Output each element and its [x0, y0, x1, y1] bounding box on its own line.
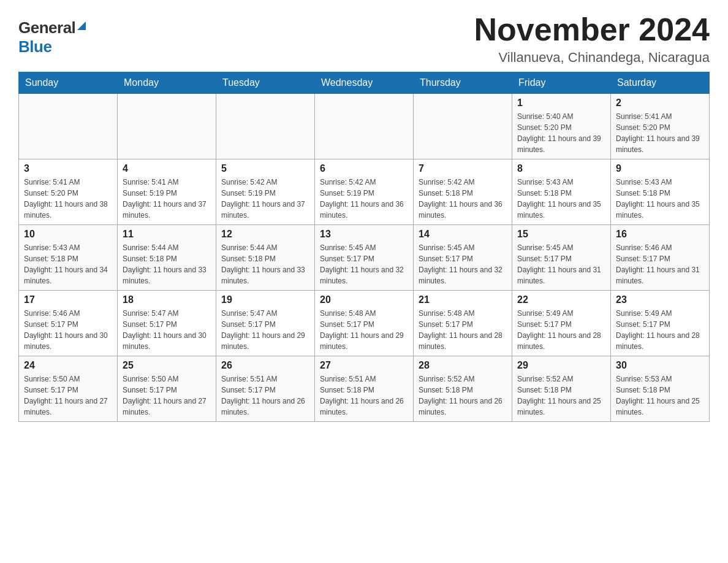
calendar-cell: 1Sunrise: 5:40 AMSunset: 5:20 PMDaylight…	[512, 94, 611, 159]
day-info: Sunrise: 5:45 AMSunset: 5:17 PMDaylight:…	[419, 242, 507, 286]
day-number: 11	[123, 229, 211, 240]
weekday-header-saturday: Saturday	[611, 72, 710, 94]
day-number: 23	[616, 294, 704, 305]
calendar-cell: 16Sunrise: 5:46 AMSunset: 5:17 PMDayligh…	[611, 225, 710, 291]
day-number: 29	[517, 360, 605, 371]
calendar-cell: 4Sunrise: 5:41 AMSunset: 5:19 PMDaylight…	[118, 159, 216, 225]
day-number: 3	[24, 163, 112, 174]
calendar-cell: 12Sunrise: 5:44 AMSunset: 5:18 PMDayligh…	[216, 225, 315, 291]
calendar-cell: 20Sunrise: 5:48 AMSunset: 5:17 PMDayligh…	[315, 291, 414, 356]
day-number: 21	[419, 294, 507, 305]
day-info: Sunrise: 5:53 AMSunset: 5:18 PMDaylight:…	[616, 373, 704, 418]
weekday-header-thursday: Thursday	[414, 72, 512, 94]
calendar-week-5: 24Sunrise: 5:50 AMSunset: 5:17 PMDayligh…	[19, 356, 710, 422]
day-info: Sunrise: 5:43 AMSunset: 5:18 PMDaylight:…	[517, 177, 605, 221]
day-info: Sunrise: 5:42 AMSunset: 5:19 PMDaylight:…	[221, 177, 309, 221]
calendar-cell: 24Sunrise: 5:50 AMSunset: 5:17 PMDayligh…	[19, 356, 118, 422]
day-info: Sunrise: 5:43 AMSunset: 5:18 PMDaylight:…	[24, 242, 112, 286]
calendar-week-1: 1Sunrise: 5:40 AMSunset: 5:20 PMDaylight…	[19, 94, 710, 159]
day-number: 6	[320, 163, 408, 174]
weekday-header-friday: Friday	[512, 72, 611, 94]
logo: General Blue	[18, 12, 86, 56]
day-number: 16	[616, 229, 704, 240]
day-number: 1	[517, 98, 605, 109]
logo-general-text: General	[18, 18, 75, 37]
calendar-cell: 23Sunrise: 5:49 AMSunset: 5:17 PMDayligh…	[611, 291, 710, 356]
day-number: 14	[419, 229, 507, 240]
month-title: November 2024	[474, 12, 710, 47]
day-number: 12	[221, 229, 309, 240]
calendar-cell: 19Sunrise: 5:47 AMSunset: 5:17 PMDayligh…	[216, 291, 315, 356]
day-info: Sunrise: 5:51 AMSunset: 5:18 PMDaylight:…	[320, 373, 408, 418]
calendar-cell	[19, 94, 118, 159]
calendar-cell	[315, 94, 414, 159]
calendar-cell	[118, 94, 216, 159]
day-number: 20	[320, 294, 408, 305]
day-number: 27	[320, 360, 408, 371]
calendar-cell: 18Sunrise: 5:47 AMSunset: 5:17 PMDayligh…	[118, 291, 216, 356]
calendar-cell: 8Sunrise: 5:43 AMSunset: 5:18 PMDaylight…	[512, 159, 611, 225]
calendar-cell: 10Sunrise: 5:43 AMSunset: 5:18 PMDayligh…	[19, 225, 118, 291]
calendar-cell: 15Sunrise: 5:45 AMSunset: 5:17 PMDayligh…	[512, 225, 611, 291]
day-info: Sunrise: 5:45 AMSunset: 5:17 PMDaylight:…	[320, 242, 408, 286]
calendar-cell: 5Sunrise: 5:42 AMSunset: 5:19 PMDaylight…	[216, 159, 315, 225]
day-number: 2	[616, 98, 704, 109]
day-info: Sunrise: 5:40 AMSunset: 5:20 PMDaylight:…	[517, 111, 605, 155]
day-number: 18	[123, 294, 211, 305]
day-number: 17	[24, 294, 112, 305]
calendar-cell: 7Sunrise: 5:42 AMSunset: 5:18 PMDaylight…	[414, 159, 512, 225]
day-number: 10	[24, 229, 112, 240]
day-info: Sunrise: 5:49 AMSunset: 5:17 PMDaylight:…	[517, 308, 605, 352]
weekday-header-sunday: Sunday	[19, 72, 118, 94]
calendar-cell: 28Sunrise: 5:52 AMSunset: 5:18 PMDayligh…	[414, 356, 512, 422]
day-info: Sunrise: 5:44 AMSunset: 5:18 PMDaylight:…	[221, 242, 309, 286]
day-info: Sunrise: 5:52 AMSunset: 5:18 PMDaylight:…	[419, 373, 507, 418]
title-section: November 2024 Villanueva, Chinandega, Ni…	[474, 12, 710, 66]
day-info: Sunrise: 5:50 AMSunset: 5:17 PMDaylight:…	[123, 373, 211, 418]
day-number: 26	[221, 360, 309, 371]
calendar-cell: 13Sunrise: 5:45 AMSunset: 5:17 PMDayligh…	[315, 225, 414, 291]
day-info: Sunrise: 5:41 AMSunset: 5:19 PMDaylight:…	[123, 177, 211, 221]
day-info: Sunrise: 5:42 AMSunset: 5:18 PMDaylight:…	[419, 177, 507, 221]
day-number: 13	[320, 229, 408, 240]
day-number: 15	[517, 229, 605, 240]
day-info: Sunrise: 5:48 AMSunset: 5:17 PMDaylight:…	[320, 308, 408, 352]
calendar-cell	[216, 94, 315, 159]
day-number: 5	[221, 163, 309, 174]
day-number: 30	[616, 360, 704, 371]
day-info: Sunrise: 5:48 AMSunset: 5:17 PMDaylight:…	[419, 308, 507, 352]
calendar-table: SundayMondayTuesdayWednesdayThursdayFrid…	[18, 72, 710, 422]
logo-blue-text: Blue	[18, 37, 51, 56]
calendar-cell	[414, 94, 512, 159]
calendar-cell: 17Sunrise: 5:46 AMSunset: 5:17 PMDayligh…	[19, 291, 118, 356]
day-info: Sunrise: 5:46 AMSunset: 5:17 PMDaylight:…	[24, 308, 112, 352]
day-number: 24	[24, 360, 112, 371]
day-number: 19	[221, 294, 309, 305]
calendar-cell: 30Sunrise: 5:53 AMSunset: 5:18 PMDayligh…	[611, 356, 710, 422]
calendar-cell: 25Sunrise: 5:50 AMSunset: 5:17 PMDayligh…	[118, 356, 216, 422]
day-info: Sunrise: 5:47 AMSunset: 5:17 PMDaylight:…	[221, 308, 309, 352]
day-number: 22	[517, 294, 605, 305]
day-info: Sunrise: 5:42 AMSunset: 5:19 PMDaylight:…	[320, 177, 408, 221]
calendar-cell: 21Sunrise: 5:48 AMSunset: 5:17 PMDayligh…	[414, 291, 512, 356]
day-info: Sunrise: 5:51 AMSunset: 5:17 PMDaylight:…	[221, 373, 309, 418]
day-number: 9	[616, 163, 704, 174]
day-number: 7	[419, 163, 507, 174]
day-number: 8	[517, 163, 605, 174]
day-info: Sunrise: 5:50 AMSunset: 5:17 PMDaylight:…	[24, 373, 112, 418]
day-info: Sunrise: 5:46 AMSunset: 5:17 PMDaylight:…	[616, 242, 704, 286]
calendar-cell: 11Sunrise: 5:44 AMSunset: 5:18 PMDayligh…	[118, 225, 216, 291]
day-info: Sunrise: 5:47 AMSunset: 5:17 PMDaylight:…	[123, 308, 211, 352]
day-number: 4	[123, 163, 211, 174]
calendar-cell: 2Sunrise: 5:41 AMSunset: 5:20 PMDaylight…	[611, 94, 710, 159]
calendar-cell: 27Sunrise: 5:51 AMSunset: 5:18 PMDayligh…	[315, 356, 414, 422]
calendar-cell: 3Sunrise: 5:41 AMSunset: 5:20 PMDaylight…	[19, 159, 118, 225]
weekday-header-tuesday: Tuesday	[216, 72, 315, 94]
day-number: 28	[419, 360, 507, 371]
weekday-header-monday: Monday	[118, 72, 216, 94]
calendar-week-2: 3Sunrise: 5:41 AMSunset: 5:20 PMDaylight…	[19, 159, 710, 225]
calendar-cell: 14Sunrise: 5:45 AMSunset: 5:17 PMDayligh…	[414, 225, 512, 291]
location-title: Villanueva, Chinandega, Nicaragua	[474, 50, 710, 66]
calendar-week-4: 17Sunrise: 5:46 AMSunset: 5:17 PMDayligh…	[19, 291, 710, 356]
calendar-cell: 9Sunrise: 5:43 AMSunset: 5:18 PMDaylight…	[611, 159, 710, 225]
